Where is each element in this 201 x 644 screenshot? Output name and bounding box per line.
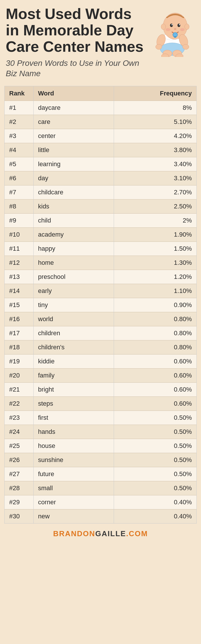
svg-point-6 — [177, 24, 180, 27]
cell-rank: #21 — [5, 383, 33, 397]
cell-frequency: 0.80% — [114, 312, 196, 326]
table-row: #11happy1.50% — [5, 242, 196, 256]
cell-rank: #15 — [5, 298, 33, 312]
cell-word: small — [33, 481, 114, 495]
table-row: #21bright0.60% — [5, 383, 196, 397]
cell-word: academy — [33, 228, 114, 242]
cell-frequency: 5.10% — [114, 115, 196, 129]
cell-frequency: 2.70% — [114, 185, 196, 200]
cell-frequency: 0.50% — [114, 481, 196, 495]
cell-rank: #12 — [5, 256, 33, 270]
cell-frequency: 0.60% — [114, 354, 196, 369]
title-block: Most Used Words in Memorable Day Care Ce… — [6, 6, 149, 79]
table-row: #23first0.50% — [5, 411, 196, 425]
cell-frequency: 0.40% — [114, 495, 196, 509]
cell-frequency: 2% — [114, 214, 196, 228]
cell-rank: #2 — [5, 115, 33, 129]
table-row: #12home1.30% — [5, 256, 196, 270]
table-row: #28small0.50% — [5, 481, 196, 495]
svg-point-13 — [180, 28, 185, 31]
table-row: #20family0.60% — [5, 369, 196, 383]
cell-word: first — [33, 411, 114, 425]
baby-illustration — [149, 6, 195, 57]
cell-word: learning — [33, 157, 114, 171]
table-row: #22steps0.60% — [5, 397, 196, 411]
subtitle: 30 Proven Words to Use in Your Own Biz N… — [6, 58, 146, 79]
table-row: #24hands0.50% — [5, 425, 196, 439]
table-row: #25house0.50% — [5, 439, 196, 453]
cell-word: preschool — [33, 270, 114, 284]
svg-point-12 — [166, 28, 170, 31]
table-row: #19kiddie0.60% — [5, 354, 196, 369]
cell-word: care — [33, 115, 114, 129]
table-row: #1daycare8% — [5, 101, 196, 115]
table-row: #14early1.10% — [5, 284, 196, 298]
table-row: #16world0.80% — [5, 312, 196, 326]
table-row: #15tiny0.90% — [5, 298, 196, 312]
cell-rank: #14 — [5, 284, 33, 298]
svg-point-5 — [170, 24, 173, 27]
table-row: #30new0.40% — [5, 509, 196, 524]
cell-rank: #28 — [5, 481, 33, 495]
footer-brand: BRANDONGAILLE.COM — [0, 524, 201, 543]
cell-word: house — [33, 439, 114, 453]
main-title: Most Used Words in Memorable Day Care Ce… — [6, 6, 146, 55]
cell-rank: #11 — [5, 242, 33, 256]
page-container: Most Used Words in Memorable Day Care Ce… — [0, 0, 201, 644]
cell-rank: #17 — [5, 326, 33, 340]
cell-frequency: 1.30% — [114, 256, 196, 270]
table-row: #29corner0.40% — [5, 495, 196, 509]
cell-frequency: 8% — [114, 101, 196, 115]
cell-rank: #16 — [5, 312, 33, 326]
cell-frequency: 0.90% — [114, 298, 196, 312]
cell-frequency: 0.50% — [114, 439, 196, 453]
cell-frequency: 0.80% — [114, 340, 196, 354]
cell-word: corner — [33, 495, 114, 509]
brand-gaille: GAILLE — [95, 529, 126, 538]
cell-rank: #23 — [5, 411, 33, 425]
cell-rank: #6 — [5, 171, 33, 185]
table-row: #13preschool1.20% — [5, 270, 196, 284]
table-row: #8kids2.50% — [5, 200, 196, 214]
cell-frequency: 0.40% — [114, 509, 196, 524]
column-header-rank: Rank — [5, 86, 33, 101]
cell-word: home — [33, 256, 114, 270]
cell-word: future — [33, 467, 114, 481]
table-row: #6day3.10% — [5, 171, 196, 185]
cell-frequency: 1.20% — [114, 270, 196, 284]
cell-word: children — [33, 326, 114, 340]
svg-point-16 — [156, 44, 162, 49]
cell-frequency: 1.90% — [114, 228, 196, 242]
cell-frequency: 0.50% — [114, 453, 196, 467]
cell-rank: #18 — [5, 340, 33, 354]
table-row: #7childcare2.70% — [5, 185, 196, 200]
cell-frequency: 0.50% — [114, 467, 196, 481]
cell-frequency: 3.10% — [114, 171, 196, 185]
cell-frequency: 3.80% — [114, 143, 196, 157]
cell-rank: #22 — [5, 397, 33, 411]
cell-rank: #1 — [5, 101, 33, 115]
cell-word: early — [33, 284, 114, 298]
cell-rank: #3 — [5, 129, 33, 143]
table-row: #18children's0.80% — [5, 340, 196, 354]
cell-rank: #7 — [5, 185, 33, 200]
cell-rank: #13 — [5, 270, 33, 284]
cell-word: sunshine — [33, 453, 114, 467]
cell-rank: #25 — [5, 439, 33, 453]
cell-rank: #4 — [5, 143, 33, 157]
brand-dot-com: .COM — [126, 529, 148, 538]
cell-frequency: 0.50% — [114, 411, 196, 425]
cell-frequency: 0.50% — [114, 425, 196, 439]
cell-word: childcare — [33, 185, 114, 200]
cell-word: happy — [33, 242, 114, 256]
cell-rank: #8 — [5, 200, 33, 214]
cell-word: new — [33, 509, 114, 524]
cell-word: day — [33, 171, 114, 185]
svg-point-17 — [183, 44, 189, 49]
column-header-word: Word — [33, 86, 114, 101]
cell-rank: #10 — [5, 228, 33, 242]
table-header-row: Rank Word Frequency — [5, 86, 196, 101]
cell-word: children's — [33, 340, 114, 354]
svg-point-3 — [161, 24, 166, 30]
cell-rank: #24 — [5, 425, 33, 439]
